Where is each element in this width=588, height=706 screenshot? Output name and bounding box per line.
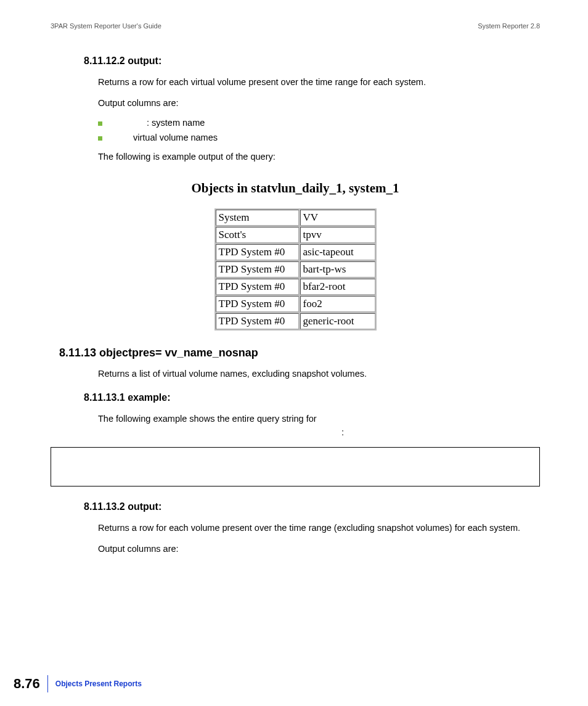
header-left: 3PAR System Reporter User's Guide — [51, 22, 161, 30]
square-bullet-icon — [98, 136, 102, 141]
para-returns-list: Returns a list of virtual volume names, … — [98, 367, 540, 380]
bullet-text: virtual volume names — [133, 133, 540, 142]
para-example-query: The following example shows the entire q… — [98, 412, 540, 440]
cell-system: System — [216, 210, 299, 226]
cell-system: TPD System #0 — [216, 261, 299, 277]
table-row: TPD System #0foo2 — [216, 296, 375, 312]
para-returns-row: Returns a row for each virtual volume pr… — [98, 75, 540, 89]
para-example-query-a: The following example shows the entire q… — [98, 414, 317, 424]
table-row: TPD System #0bfar2-root — [216, 279, 375, 295]
bullet-system-name: : system name — [98, 118, 540, 128]
para-returns-row-2: Returns a row for each volume present ov… — [98, 521, 540, 535]
cell-system: TPD System #0 — [216, 279, 299, 295]
page-header: 3PAR System Reporter User's Guide System… — [51, 22, 540, 30]
page-footer: 8.76 Objects Present Reports — [14, 675, 142, 692]
code-example-box — [51, 447, 540, 486]
cell-vv: bfar2-root — [300, 279, 375, 295]
cell-system: TPD System #0 — [216, 313, 299, 329]
table-title: Objects in statvlun_daily_1, system_1 — [51, 181, 540, 196]
heading-example-13-1: 8.11.13.1 example: — [84, 392, 540, 403]
heading-output-13-2: 8.11.13.2 output: — [84, 501, 540, 512]
bullet-vv-names: virtual volume names — [98, 133, 540, 142]
heading-objectpres: 8.11.13 objectpres= vv_name_nosnap — [59, 347, 540, 359]
footer-divider — [47, 675, 48, 692]
table-row: TPD System #0bart-tp-ws — [216, 261, 375, 277]
cell-vv: tpvv — [300, 227, 375, 243]
table-row: Scott'stpvv — [216, 227, 375, 243]
para-output-cols: Output columns are: — [98, 96, 540, 110]
cell-system: TPD System #0 — [216, 244, 299, 260]
para-example-output: The following is example output of the q… — [98, 150, 540, 163]
bullet-text: : system name — [147, 118, 540, 128]
footer-section-title: Objects Present Reports — [55, 679, 142, 688]
page-number: 8.76 — [14, 676, 47, 692]
cell-vv: foo2 — [300, 296, 375, 312]
objects-table: SystemVVScott'stpvvTPD System #0asic-tap… — [214, 208, 377, 330]
cell-system: Scott's — [216, 227, 299, 243]
table-wrapper: SystemVVScott'stpvvTPD System #0asic-tap… — [51, 208, 540, 330]
para-output-cols-2: Output columns are: — [98, 542, 540, 556]
header-right: System Reporter 2.8 — [478, 22, 540, 30]
table-row: TPD System #0asic-tapeout — [216, 244, 375, 260]
table-row: TPD System #0generic-root — [216, 313, 375, 329]
cell-system: TPD System #0 — [216, 296, 299, 312]
heading-output-12-2: 8.11.12.2 output: — [84, 55, 540, 67]
cell-vv: generic-root — [300, 313, 375, 329]
table-row: SystemVV — [216, 210, 375, 226]
square-bullet-icon — [98, 121, 102, 126]
cell-vv: bart-tp-ws — [300, 261, 375, 277]
cell-vv: asic-tapeout — [300, 244, 375, 260]
cell-vv: VV — [300, 210, 375, 226]
para-example-query-b: : — [341, 427, 344, 437]
